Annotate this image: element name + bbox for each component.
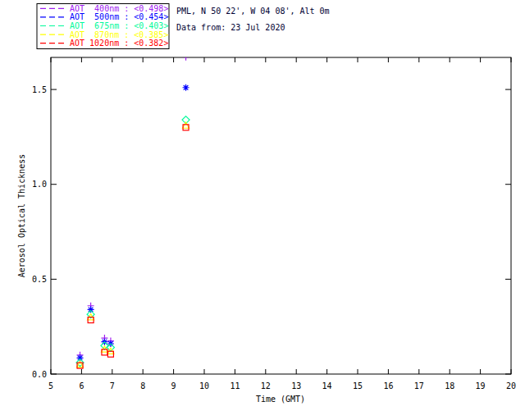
x-tick-label: 8: [140, 381, 145, 390]
x-tick-label: 12: [261, 381, 271, 390]
header-date-text: Data from: 23 Jul 2020: [176, 23, 285, 32]
x-tick-label: 11: [230, 381, 240, 390]
x-tick-label: 14: [322, 381, 332, 390]
x-tick-label: 7: [110, 381, 115, 390]
x-tick-label: 13: [291, 381, 301, 390]
x-tick-label: 5: [48, 381, 53, 390]
legend-label: AOT 400nm : <0.498>: [70, 4, 168, 13]
marker-triangle-shape: [183, 122, 189, 128]
data-markers: [76, 54, 189, 368]
marker-asterisk-shape: [77, 354, 84, 361]
x-tick-label: 16: [383, 381, 393, 390]
legend-label: AOT 675nm : <0.403>: [70, 21, 168, 30]
x-tick-label: 18: [445, 381, 454, 390]
marker-asterisk-shape: [88, 306, 94, 313]
x-tick-label: 20: [506, 381, 516, 390]
y-axis-title: Aerosol Optical Thickness: [17, 154, 26, 278]
y-tick-label: 1.5: [32, 85, 47, 94]
marker-triangle: [183, 122, 189, 128]
y-tick-label: 1.0: [32, 180, 47, 189]
marker-asterisk: [183, 84, 189, 91]
header-site-text: PML, N 50 22', W 04 08', Alt 0m: [176, 7, 330, 16]
x-tick-label: 9: [171, 381, 176, 390]
x-tick-label: 19: [476, 381, 486, 390]
aot-plot-canvas: 5678910111213141516171819200.00.51.01.5 …: [0, 0, 525, 420]
aot-plot-window: 5678910111213141516171819200.00.51.01.5 …: [0, 0, 525, 420]
marker-asterisk-shape: [183, 84, 189, 91]
legend-label: AOT 870nm : <0.385>: [70, 30, 168, 39]
y-tick-label: 0.0: [32, 370, 47, 379]
y-tick-label: 0.5: [32, 275, 47, 284]
marker-asterisk: [88, 306, 94, 313]
x-tick-label: 15: [353, 381, 363, 390]
x-tick-label: 17: [414, 381, 424, 390]
x-axis-title: Time (GMT): [256, 395, 305, 404]
x-tick-label: 6: [79, 381, 84, 390]
plot-border: [51, 57, 511, 374]
x-tick-label: 10: [199, 381, 209, 390]
legend: AOT 400nm : <0.498>AOT 500nm : <0.454>AO…: [37, 4, 169, 49]
marker-asterisk: [77, 354, 84, 361]
legend-label: AOT 1020nm : <0.382>: [70, 39, 168, 48]
legend-label: AOT 500nm : <0.454>: [70, 12, 168, 21]
